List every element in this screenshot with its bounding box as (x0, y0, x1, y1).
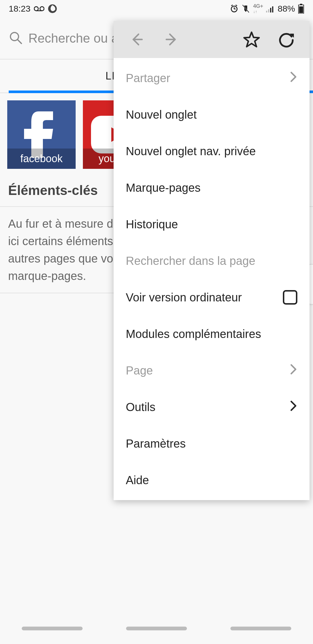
desktop-site-checkbox[interactable] (283, 290, 297, 305)
menu-desktop-label: Voir version ordinateur (126, 291, 242, 304)
menu-page-label: Page (126, 364, 153, 377)
menu-settings[interactable]: Paramètres (114, 425, 310, 462)
nav-home[interactable] (126, 627, 187, 630)
tile-label: facebook (7, 149, 76, 169)
menu-tools-label: Outils (126, 401, 155, 414)
menu-new-tab-label: Nouvel onglet (126, 108, 197, 121)
menu-new-private-tab[interactable]: Nouvel onglet nav. privée (114, 133, 310, 169)
menu-bookmarks-label: Marque-pages (126, 181, 201, 194)
back-button[interactable] (119, 21, 154, 58)
menu-bookmarks[interactable]: Marque-pages (114, 169, 310, 206)
voicemail-icon (34, 6, 44, 12)
menu-history-label: Historique (126, 218, 178, 231)
signal-icon (266, 5, 275, 12)
network-type: 4G+↓↑ (253, 3, 263, 14)
battery-text: 88% (278, 4, 295, 14)
menu-desktop-site[interactable]: Voir version ordinateur (114, 279, 310, 316)
svg-line-7 (231, 5, 233, 6)
svg-rect-14 (272, 6, 273, 12)
search-icon (9, 31, 23, 46)
reload-button[interactable] (269, 21, 304, 58)
menu-settings-label: Paramètres (126, 437, 186, 450)
menu-nav-row (114, 21, 310, 58)
status-bar: 18:23 4G+↓↑ 88% (0, 0, 313, 17)
status-time: 18:23 (9, 4, 30, 14)
menu-page[interactable]: Page (114, 352, 310, 389)
menu-list: Partager Nouvel onglet Nouvel onglet nav… (114, 58, 310, 500)
menu-find-label: Rechercher dans la page (126, 254, 255, 267)
menu-tools[interactable]: Outils (114, 389, 310, 425)
nav-recents[interactable] (22, 627, 83, 630)
overflow-menu: Partager Nouvel onglet Nouvel onglet nav… (114, 21, 310, 500)
svg-line-8 (236, 5, 237, 6)
top-site-tile[interactable]: facebook (7, 100, 76, 169)
menu-share-label: Partager (126, 72, 170, 85)
svg-rect-13 (270, 8, 271, 12)
svg-rect-17 (299, 6, 303, 13)
menu-new-tab[interactable]: Nouvel onglet (114, 96, 310, 133)
vibrate-icon (241, 4, 250, 13)
svg-line-19 (18, 40, 21, 44)
menu-history[interactable]: Historique (114, 206, 310, 243)
forward-button[interactable] (154, 21, 189, 58)
menu-find-in-page[interactable]: Rechercher dans la page (114, 243, 310, 279)
svg-rect-11 (266, 11, 267, 12)
menu-new-private-label: Nouvel onglet nav. privée (126, 145, 256, 158)
menu-share[interactable]: Partager (114, 60, 310, 96)
battery-icon (298, 4, 304, 14)
firefox-icon (48, 4, 57, 13)
menu-help-label: Aide (126, 474, 149, 487)
svg-rect-12 (268, 9, 269, 12)
bookmark-star-button[interactable] (234, 21, 269, 58)
system-nav-bar (0, 613, 313, 644)
status-right: 4G+↓↑ 88% (230, 3, 304, 14)
menu-addons[interactable]: Modules complémentaires (114, 316, 310, 352)
status-left: 18:23 (9, 4, 57, 14)
chevron-right-icon (290, 71, 297, 85)
chevron-right-icon (290, 400, 297, 414)
svg-point-0 (34, 7, 38, 11)
menu-addons-label: Modules complémentaires (126, 328, 261, 341)
nav-back[interactable] (230, 627, 291, 630)
menu-help[interactable]: Aide (114, 462, 310, 498)
alarm-icon (230, 4, 239, 13)
chevron-right-icon (290, 363, 297, 378)
svg-point-1 (40, 7, 44, 11)
